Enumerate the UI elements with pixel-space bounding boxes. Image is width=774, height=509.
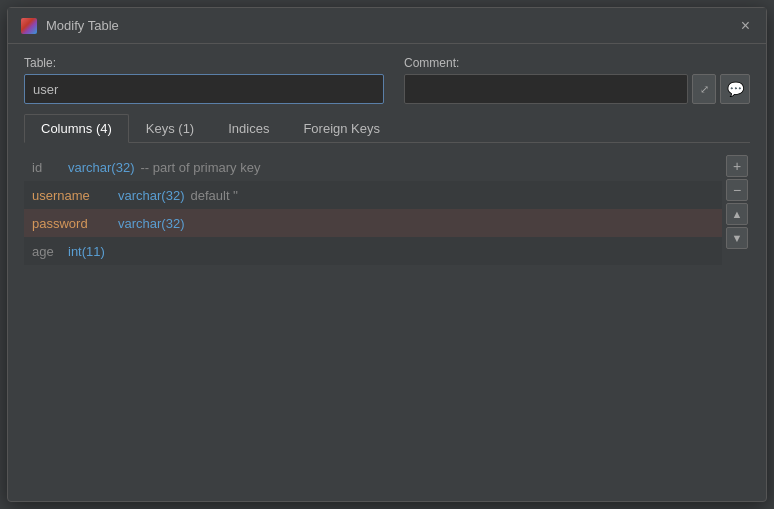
col-type: varchar(32)	[68, 160, 134, 175]
side-controls: + − ▲ ▼	[722, 153, 750, 489]
columns-table: id varchar(32) -- part of primary key us…	[24, 153, 722, 489]
tab-columns[interactable]: Columns (4)	[24, 114, 129, 143]
col-id: age	[32, 244, 62, 259]
comment-input[interactable]	[404, 74, 688, 104]
expand-button[interactable]: ⤢	[692, 74, 716, 104]
tab-indices[interactable]: Indices	[211, 114, 286, 143]
close-button[interactable]: ×	[737, 16, 754, 36]
remove-row-button[interactable]: −	[726, 179, 748, 201]
chat-button[interactable]: 💬	[720, 74, 750, 104]
col-name: username	[32, 188, 112, 203]
table-row[interactable]: password varchar(32)	[24, 209, 722, 237]
form-row: Table: Comment: ⤢ 💬	[24, 56, 750, 104]
dialog-content: Table: Comment: ⤢ 💬 Columns (4) Keys (1)…	[8, 44, 766, 501]
col-type: varchar(32)	[118, 216, 184, 231]
table-row[interactable]: username varchar(32) default ''	[24, 181, 722, 209]
col-extra: default ''	[190, 188, 238, 203]
table-area: id varchar(32) -- part of primary key us…	[24, 153, 750, 489]
table-input[interactable]	[24, 74, 384, 104]
add-row-button[interactable]: +	[726, 155, 748, 177]
col-extra: -- part of primary key	[140, 160, 260, 175]
table-row[interactable]: age int(11)	[24, 237, 722, 265]
dialog-title: Modify Table	[46, 18, 737, 33]
app-icon	[20, 17, 38, 35]
comment-form-group: Comment: ⤢ 💬	[404, 56, 750, 104]
comment-input-row: ⤢ 💬	[404, 74, 750, 104]
title-bar: Modify Table ×	[8, 8, 766, 44]
modify-table-dialog: Modify Table × Table: Comment: ⤢ 💬 Colum…	[7, 7, 767, 502]
tab-keys[interactable]: Keys (1)	[129, 114, 211, 143]
tabs-bar: Columns (4) Keys (1) Indices Foreign Key…	[24, 114, 750, 143]
tab-foreign-keys[interactable]: Foreign Keys	[286, 114, 397, 143]
move-up-button[interactable]: ▲	[726, 203, 748, 225]
col-type: int(11)	[68, 244, 105, 259]
table-label: Table:	[24, 56, 384, 70]
col-type: varchar(32)	[118, 188, 184, 203]
col-id: id	[32, 160, 62, 175]
move-down-button[interactable]: ▼	[726, 227, 748, 249]
table-row[interactable]: id varchar(32) -- part of primary key	[24, 153, 722, 181]
col-name: password	[32, 216, 112, 231]
comment-label: Comment:	[404, 56, 750, 70]
table-form-group: Table:	[24, 56, 384, 104]
